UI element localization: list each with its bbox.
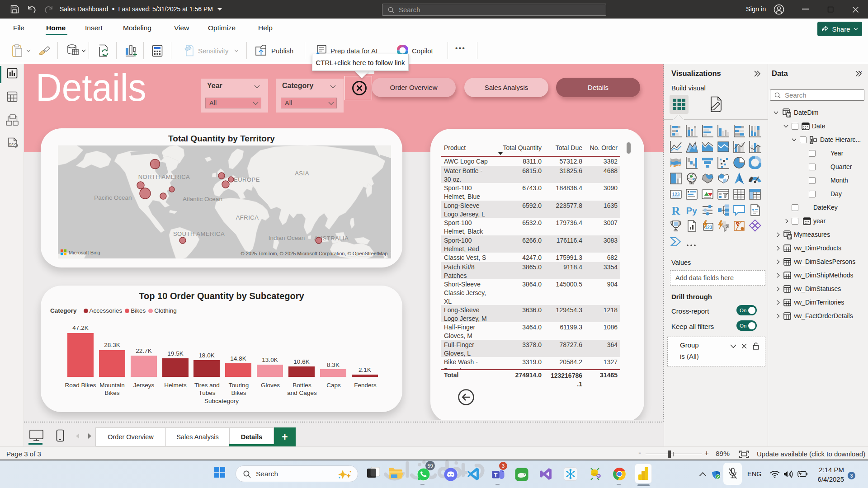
svg-text:Py: Py bbox=[686, 206, 698, 216]
svg-text:Indian Ocean: Indian Ocean bbox=[269, 235, 305, 241]
svg-text:DAX: DAX bbox=[9, 143, 16, 146]
svg-text:© 2025 TomTom, © 2025 Microsof: © 2025 TomTom, © 2025 Microsoft Corporat… bbox=[241, 251, 391, 256]
svg-text:AFRICA: AFRICA bbox=[236, 214, 259, 221]
svg-text:Microsoft Bing: Microsoft Bing bbox=[69, 250, 100, 255]
svg-text:R: R bbox=[672, 204, 680, 216]
svg-text:EUROPE: EUROPE bbox=[234, 176, 260, 183]
svg-text:Pacific Ocean: Pacific Ocean bbox=[94, 194, 132, 201]
svg-text:123: 123 bbox=[672, 192, 680, 197]
svg-text:SOUTH AMERICA: SOUTH AMERICA bbox=[173, 230, 225, 237]
svg-text:Atlantic Ocean: Atlantic Ocean bbox=[183, 196, 222, 202]
svg-text:ASIA: ASIA bbox=[295, 170, 309, 177]
svg-text:NORTH AMERICA: NORTH AMERICA bbox=[138, 174, 190, 180]
